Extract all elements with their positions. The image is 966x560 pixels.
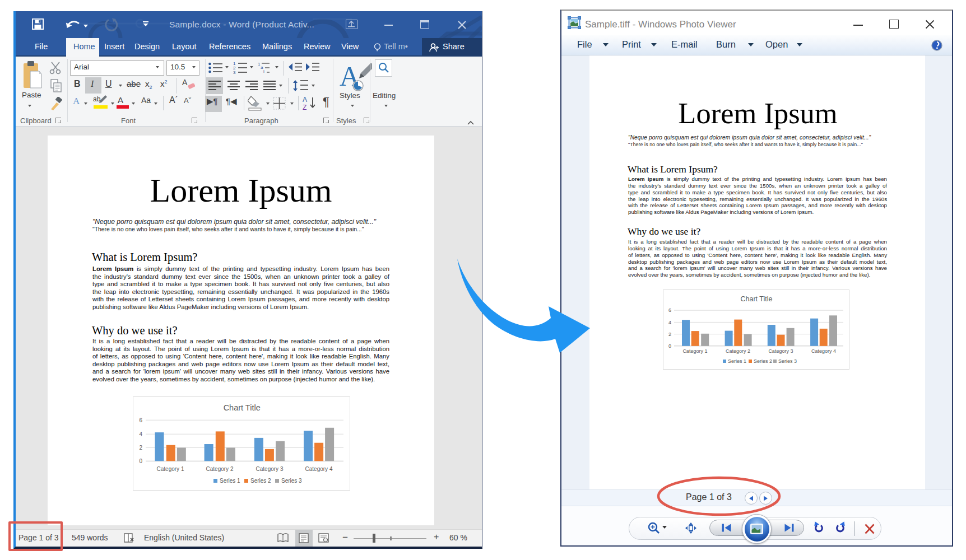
svg-text:A: A	[303, 96, 307, 104]
svg-text:Series 1: Series 1	[220, 478, 240, 484]
svg-text:4: 4	[139, 431, 142, 437]
svg-text:Category 1: Category 1	[682, 348, 707, 354]
svg-text:Category 2: Category 2	[206, 466, 233, 472]
svg-text:6: 6	[139, 417, 142, 423]
svg-text:0: 0	[139, 458, 142, 464]
svg-text:Series 2: Series 2	[754, 358, 772, 364]
svg-text:Category 1: Category 1	[156, 466, 184, 472]
svg-text:Series 3: Series 3	[778, 358, 797, 364]
svg-text:6: 6	[668, 307, 671, 313]
svg-text:Series 1: Series 1	[728, 358, 746, 364]
svg-text:i: i	[263, 69, 264, 74]
svg-text:4: 4	[668, 320, 671, 325]
svg-text:Series 3: Series 3	[281, 478, 302, 484]
svg-text:Category 3: Category 3	[256, 466, 283, 472]
svg-text:Category 4: Category 4	[305, 466, 332, 472]
svg-text:Category 2: Category 2	[725, 348, 750, 354]
svg-text:Series 2: Series 2	[250, 478, 271, 484]
svg-text:2: 2	[668, 332, 671, 337]
svg-text:0: 0	[668, 343, 671, 349]
svg-text:Z: Z	[303, 104, 306, 111]
svg-text:Category 3: Category 3	[768, 348, 793, 354]
svg-text:3: 3	[233, 70, 236, 74]
svg-text:Category 4: Category 4	[811, 348, 835, 354]
svg-text:2: 2	[139, 445, 142, 451]
